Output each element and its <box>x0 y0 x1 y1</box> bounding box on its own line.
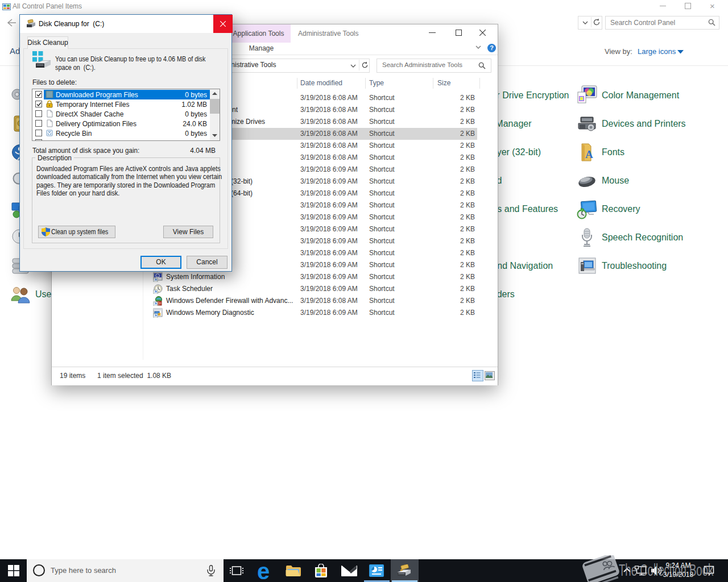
svg-text:A: A <box>585 148 593 160</box>
svg-text:i: i <box>157 275 158 278</box>
svg-text:The Collection Book: The Collection Book <box>619 560 714 579</box>
